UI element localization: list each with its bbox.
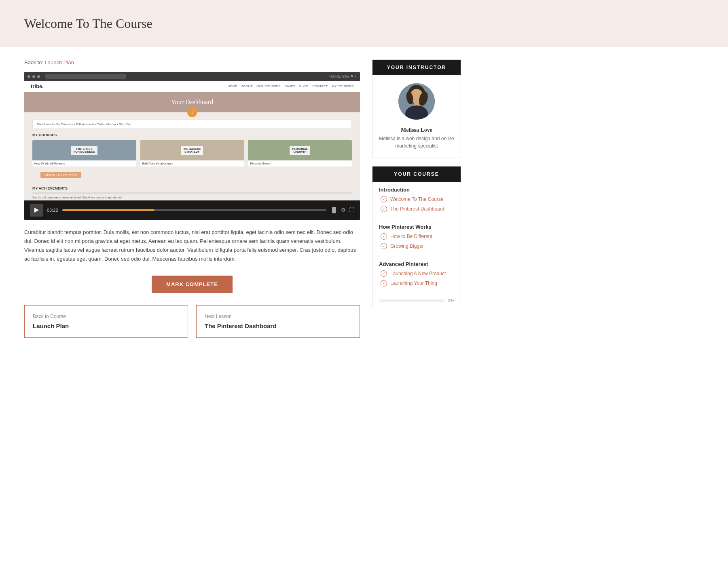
play-button[interactable] — [30, 204, 43, 217]
video-container: Howdy, tribe ⚑ × tribe. HOME ABOUT OUR C… — [24, 72, 360, 220]
instructor-box: YOUR INSTRUCTOR — [372, 59, 461, 158]
mock-achievements-label: MY ACHIEVEMENTS — [24, 186, 360, 190]
dashboard-mockup: Howdy, tribe ⚑ × tribe. HOME ABOUT OUR C… — [24, 72, 360, 200]
section-name-how-pinterest: How Pinterest Works — [379, 224, 454, 230]
volume-icon[interactable]: ▐▌ — [330, 207, 338, 213]
browser-actions: Howdy, tribe ⚑ × — [329, 74, 357, 78]
lesson-pinterest-dashboard: The Pinterest Dashboard — [379, 206, 454, 212]
next-lesson-title: The Pinterest Dashboard — [205, 322, 351, 329]
mock-course-img-1: PINTERESTFOR BUSINESS — [32, 140, 136, 160]
mock-nav-links: HOME ABOUT OUR COURSES RAVES BLOG CONTAC… — [227, 84, 353, 88]
mock-course-overlay-3: PERSONALGROWTH — [290, 146, 310, 155]
video-time: 03:22 — [47, 208, 58, 213]
check-icon-how-different — [381, 233, 387, 240]
mock-course-card-2: INSTAGRAMSTRATEGY Build Your Instabusine… — [140, 140, 244, 166]
instructor-img-wrap — [372, 75, 461, 124]
instructor-name: Melissa Love — [372, 124, 461, 135]
lesson-link-how-different[interactable]: How to Be Different — [390, 234, 432, 239]
back-link-anchor[interactable]: Launch Plan — [45, 59, 74, 65]
check-icon-pinterest-dashboard — [381, 206, 387, 212]
mock-course-overlay-1: PINTERESTFOR BUSINESS — [71, 146, 97, 155]
back-course-card[interactable]: Back to Course Launch Plan — [24, 305, 188, 338]
lesson-how-different: How to Be Different — [379, 233, 454, 240]
check-icon-growing-bigger — [381, 243, 387, 249]
dashboard-title: Your Dashboard — [171, 99, 214, 105]
view-all-wrap: VIEW ALL MY COURSES — [24, 171, 360, 186]
settings-icon[interactable]: ⚙ — [341, 207, 346, 213]
lesson-launching-thing: Launching Your Thing — [379, 280, 454, 287]
next-lesson-card[interactable]: Next Lesson The Pinterest Dashboard — [196, 305, 360, 338]
progress-percentage: 0% — [448, 298, 454, 303]
instructor-avatar-svg — [398, 83, 435, 120]
nav-about: ABOUT — [241, 84, 252, 88]
lesson-link-launching-thing[interactable]: Launching Your Thing — [390, 280, 437, 286]
instructor-bio: Melissa is a web design and online marke… — [372, 135, 461, 158]
mock-menu-bar: Dashboard • My Courses • Edit Account • … — [32, 120, 352, 129]
mock-courses-grid: PINTERESTFOR BUSINESS How To Win At Pint… — [24, 140, 360, 171]
lesson-link-growing-bigger[interactable]: Growing Bigger — [390, 243, 424, 249]
mock-course-title-1: How To Win At Pinterest — [32, 160, 136, 166]
fullscreen-icon[interactable]: ⛶ — [349, 207, 354, 213]
video-icons: ▐▌ ⚙ ⛶ — [330, 207, 354, 213]
nav-raves: RAVES — [285, 84, 296, 88]
nav-mycourses: MY COURSES — [332, 84, 353, 88]
course-sidebar-box: YOUR COURSE Introduction Welcome To The … — [372, 166, 461, 308]
video-progress-bar[interactable] — [62, 209, 326, 211]
browser-url-bar — [45, 74, 126, 79]
content-area: Back to: Launch Plan Howdy, tribe ⚑ × tr… — [24, 59, 360, 338]
nav-courses: OUR COURSES — [256, 84, 281, 88]
course-section-title: YOUR COURSE — [372, 166, 461, 182]
nav-home: HOME — [227, 84, 237, 88]
section-name-introduction: Introduction — [379, 187, 454, 193]
mock-dashboard-header: Your Dashboard i — [24, 92, 360, 112]
lesson-launching-new: Launching A New Product — [379, 270, 454, 277]
progress-bar-track — [379, 299, 444, 302]
header-banner: Welcome To The Course — [0, 0, 728, 47]
instructor-section-title: YOUR INSTRUCTOR — [372, 60, 461, 75]
video-controls: 03:22 ▐▌ ⚙ ⛶ — [24, 200, 360, 220]
mock-browser-bar: Howdy, tribe ⚑ × — [24, 72, 360, 81]
section-name-advanced: Advanced Pinterest — [379, 261, 454, 267]
course-section-how-pinterest: How Pinterest Works How to Be Different … — [372, 219, 461, 256]
lesson-link-launching-new[interactable]: Launching A New Product — [390, 271, 446, 276]
instructor-avatar — [398, 83, 435, 120]
course-section-introduction: Introduction Welcome To The Course The P… — [372, 182, 461, 219]
progress-bar-area: 0% — [372, 293, 461, 308]
main-layout: Back to: Launch Plan Howdy, tribe ⚑ × tr… — [0, 59, 485, 362]
video-progress-fill — [62, 209, 155, 211]
mock-course-title-2: Build Your Instabusiness — [140, 160, 244, 166]
page-title: Welcome To The Course — [24, 16, 704, 31]
browser-dot-3 — [37, 75, 40, 78]
mock-course-title-3: Personal Growth — [248, 160, 352, 166]
check-icon-welcome — [381, 196, 387, 202]
lesson-link-pinterest-dashboard[interactable]: The Pinterest Dashboard — [390, 206, 444, 212]
mock-course-card-3: PERSONALGROWTH Personal Growth — [248, 140, 352, 166]
mock-logo: tribe. — [31, 83, 44, 89]
lesson-link-welcome[interactable]: Welcome To The Course — [390, 196, 443, 202]
mock-achievements-text: You do not have any achievements yet. En… — [24, 194, 360, 200]
browser-dot-2 — [32, 75, 35, 78]
lesson-welcome: Welcome To The Course — [379, 196, 454, 202]
nav-contact: CONTACT — [312, 84, 328, 88]
play-icon — [34, 208, 39, 213]
mark-complete-button[interactable]: MARK COMPLETE — [152, 276, 233, 293]
nav-blog: BLOG — [299, 84, 308, 88]
mock-course-img-2: INSTAGRAMSTRATEGY — [140, 140, 244, 160]
check-icon-launching-thing — [381, 280, 387, 287]
mock-my-courses-label: MY COURSES — [24, 133, 360, 137]
lesson-growing-bigger: Growing Bigger — [379, 243, 454, 249]
browser-dot-1 — [28, 75, 30, 78]
mock-course-overlay-2: INSTAGRAMSTRATEGY — [181, 146, 203, 155]
mock-course-card-1: PINTERESTFOR BUSINESS How To Win At Pint… — [32, 140, 136, 166]
check-icon-launching-new — [381, 270, 387, 277]
course-section-advanced: Advanced Pinterest Launching A New Produ… — [372, 256, 461, 293]
mock-view-all-btn: VIEW ALL MY COURSES — [40, 172, 81, 178]
back-link-prefix: Back to: — [24, 59, 43, 65]
dashboard-badge: i — [187, 107, 197, 117]
back-course-label: Back to Course — [33, 314, 180, 319]
next-lesson-label: Next Lesson — [205, 314, 351, 319]
article-text: Curabitur blandit tempus porttitor. Duis… — [24, 228, 360, 263]
sidebar: YOUR INSTRUCTOR — [372, 59, 461, 338]
nav-cards: Back to Course Launch Plan Next Lesson T… — [24, 305, 360, 338]
back-link-area: Back to: Launch Plan — [24, 59, 360, 65]
